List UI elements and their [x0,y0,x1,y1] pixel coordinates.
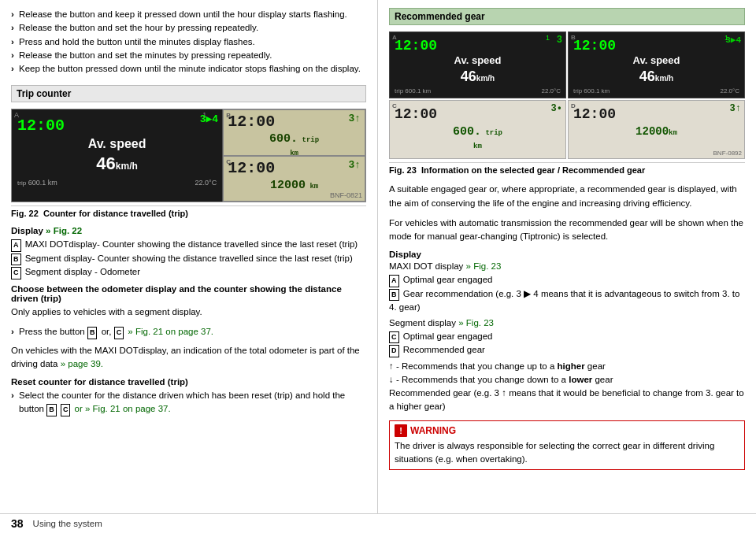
label-A: A [11,239,21,252]
choose-bullets: Press the button B or, C » Fig. 21 on pa… [11,325,366,339]
segment-ref: Segment display » Fig. 23 [389,318,745,328]
rec-b-bottom: trip 600.1 km22.0°C [573,87,739,94]
rec-d-label: D [571,102,576,109]
page-number: 38 [11,517,24,530]
right-item-c: C Optimal gear engaged [389,330,745,344]
label-C: C [11,267,21,279]
rec-gear-header: Recommended gear [389,8,745,25]
trip-counter-display: A 1 12:00 3▶4 Av. speed 46km/h trip 600.… [11,109,366,202]
right-item-d: D Recommended gear [389,343,745,357]
intro-bullets: Release the button and keep it pressed d… [11,8,366,76]
rec-b-time: 12:00 [573,38,739,54]
rec-a-time: 12:00 [395,38,561,54]
rec-panel-a: A 1 12:00 3 Av. speed46km/h trip 600.1 k… [389,31,566,98]
right-label-D: D [389,345,399,357]
right-label-B: B [389,289,399,302]
right-display-heading: Display [389,250,745,259]
right-body2: For vehicles with automatic transmission… [389,217,745,244]
right-body1: A suitable engaged gear or, where approp… [389,183,745,210]
rec-c-label: C [392,102,397,109]
rec-b-speed: Av. speed46km/h [573,54,739,86]
rec-panel-d: D 12:00 3↑ 12000km BNF-0892 [568,100,745,159]
up-arrow-text: ↑ - Recommends that you change up to a h… [389,360,745,373]
display-heading: Display » Fig. 22 [11,226,366,235]
rec-d-time: 12:00 [573,106,739,122]
fig23-caption: Fig. 23 Information on the selected gear… [389,162,745,175]
rec-a-index: 1 [546,34,550,42]
warning-box: ! WARNING The driver is always responsib… [389,420,745,471]
rec-c-time: 12:00 [395,106,561,122]
warning-text: The driver is always responsible for sel… [395,439,739,467]
bullet-3: Press and hold the button until the minu… [11,35,366,49]
right-label-A: A [389,275,399,287]
trip-counter-header: Trip counter [11,85,366,102]
rec-a-bottom: trip 600.1 km22.0°C [395,87,561,94]
reset-c-label: C [61,404,71,416]
maxi-ref: MAXI DOT display » Fig. 23 [389,261,745,271]
right-column: Recommended gear A 1 12:00 3 Av. speed46… [378,0,756,513]
warning-icon: ! [395,424,407,437]
panel-c-gear: 3↑ [348,159,361,171]
panel-c-display: C 12:00 3↑ 12000 km BNF-0821 [223,156,365,202]
rec-panel-c: C 12:00 3• 600. tripkm [389,100,566,159]
rec-d-gear: 3↑ [730,103,741,114]
panel-b-label: B [226,112,231,119]
reset-heading: Reset counter for distance travelled (tr… [11,377,366,387]
rec-gear-text: Recommended gear (e.g. 3 ↑ means that it… [389,387,745,414]
rec-gear-displays: A 1 12:00 3 Av. speed46km/h trip 600.1 k… [389,31,745,159]
reset-b-label: B [46,404,57,416]
bnf-label-left: BNF-0821 [330,191,362,199]
page: Release the button and keep it pressed d… [0,0,756,533]
panel-b-gear: 3↑ [348,113,361,124]
panel-a-gear: 3▶4 [200,113,218,125]
panel-c-number: 12000 km [228,179,361,192]
right-item-b: B Gear recommendation (e.g. 3 ▶ 4 means … [389,287,745,315]
panel-c-label: C [226,158,231,165]
rec-a-label: A [392,34,397,41]
rec-c-number: 600. tripkm [395,125,561,152]
rec-b-gear: 3▶4 [725,35,741,45]
warning-header: ! WARNING [395,424,739,437]
choose-body: Only applies to vehicles with a segment … [11,305,366,319]
bnf-label-right: BNF-0892 [713,150,742,157]
right-label-C: C [389,331,399,344]
content-area: Release the button and keep it pressed d… [0,0,756,513]
bottom-bar: 38 Using the system [0,513,756,533]
choose-bullet: Press the button B or, C » Fig. 21 on pa… [11,325,366,339]
label-B: B [11,254,21,266]
rec-d-number: 12000km [573,125,739,138]
left-column: Release the button and keep it pressed d… [0,0,378,513]
panel-a-time: 12:00 [17,117,217,135]
choose-heading: Choose between the odometer display and … [11,284,366,303]
rec-a-speed: Av. speed46km/h [395,54,561,86]
panel-b-display: B 12:00 3↑ 600. tripkm [223,109,365,156]
right-item-a: A Optimal gear engaged [389,273,745,287]
rec-c-gear: 3• [551,103,562,114]
panel-a-label: A [14,111,19,119]
rec-a-gear: 3 [557,35,562,46]
panel-a-bottom: trip 600.1 km 22.0°C [17,179,217,187]
reset-bullets: Select the counter for the distance driv… [11,389,366,416]
panel-c-time: 12:00 [228,161,361,176]
rec-b-label: B [571,34,576,41]
choose-b-label: B [87,327,98,339]
bullet-1: Release the button and keep it pressed d… [11,8,366,21]
panel-a-speed-label: Av. speed 46km/h [17,136,217,175]
panel-b-time: 12:00 [228,114,361,130]
on-vehicles-text: On vehicles with the MAXI DOTdisplay, an… [11,344,366,372]
bottom-text: Using the system [33,519,102,528]
rec-panel-b: B 1 12:00 3▶4 Av. speed46km/h trip 600.1… [568,31,745,98]
down-arrow-text: ↓ - Recommends that you change down to a… [389,373,745,387]
reset-bullet: Select the counter for the distance driv… [11,389,366,416]
choose-c-label: C [114,327,124,339]
bullet-5: Keep the button pressed down until the m… [11,62,366,76]
bullet-2: Release the button and set the hour by p… [11,21,366,35]
display-items: A MAXI DOTdisplay- Counter showing the d… [11,238,366,279]
bullet-4: Release the button and set the minutes b… [11,49,366,62]
fig22-caption: Fig. 22 Counter for distance travelled (… [11,205,366,218]
